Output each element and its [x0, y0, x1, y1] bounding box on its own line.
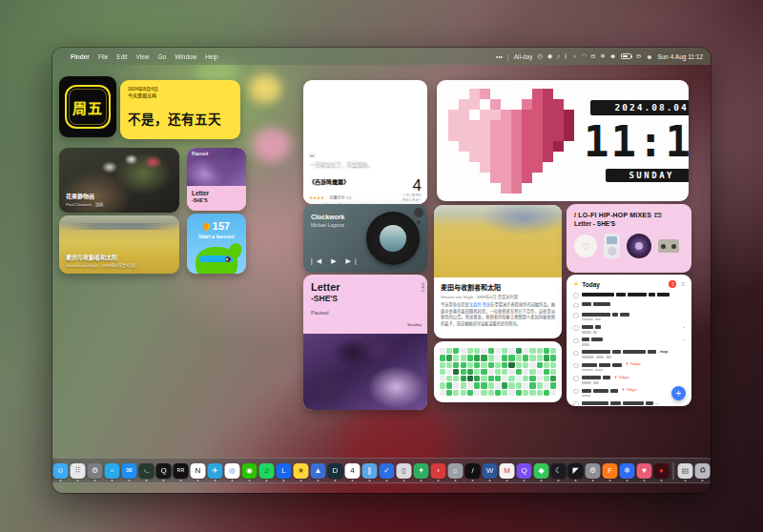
todo-item[interactable]: •: [573, 338, 685, 346]
todo-menu-icon[interactable]: ≡: [681, 281, 685, 287]
task-checkbox[interactable]: [573, 376, 579, 381]
allday-calendar-item[interactable]: All-day: [514, 53, 533, 60]
todo-item[interactable]: [573, 313, 685, 321]
lofi-playlist-widget[interactable]: / LO-FI HIP-HOP MIXES 📼 Letter - SHE'S ♡: [567, 204, 691, 273]
dock-downloads[interactable]: ▤: [678, 463, 693, 479]
task-checkbox[interactable]: [573, 325, 579, 331]
movie-of-day-widget[interactable]: ❝ 一万年太久了，只爱现在。 《西游降魔篇》 ★★★★ 豆瓣评分 7.2 201…: [303, 80, 427, 204]
dock-spotify[interactable]: ♫: [259, 463, 275, 479]
dock-telegram[interactable]: ✈: [208, 463, 223, 479]
dock-things[interactable]: ✓: [380, 463, 395, 479]
status-icon[interactable]: ∩: [572, 52, 577, 60]
todo-item[interactable]: ✈ Tokyo: [573, 362, 685, 371]
task-checkbox[interactable]: [573, 389, 579, 395]
dock-shield-app[interactable]: ◆: [534, 463, 549, 479]
menu-window[interactable]: Window: [175, 53, 196, 60]
menu-view[interactable]: View: [136, 53, 150, 60]
dock-gear-app[interactable]: ⚙: [586, 463, 601, 479]
task-checkbox[interactable]: [573, 313, 579, 318]
music-letter-large-widget[interactable]: Letter -SHE'S Paused SHE'S Sunday: [303, 275, 427, 410]
dock-qq[interactable]: Q: [156, 463, 172, 479]
dock-dino-app[interactable]: D: [328, 463, 343, 479]
cezanne-art-widget[interactable]: 花果静物画 Paul Cézanne · 油画: [59, 148, 179, 213]
dock-notion[interactable]: N: [191, 463, 206, 479]
todo-item[interactable]: [573, 302, 685, 308]
todo-item[interactable]: ✈ Tokyo: [573, 376, 685, 384]
dock-purple-q-app[interactable]: Q: [517, 463, 532, 479]
dock-chrome[interactable]: ◎: [225, 463, 240, 479]
dock-pixel-art-app[interactable]: ▲: [311, 463, 326, 479]
menu-go[interactable]: Go: [158, 53, 167, 60]
dock-green-app[interactable]: ✦: [414, 463, 429, 479]
focus-icon[interactable]: ⊖: [636, 52, 641, 60]
wheatfield-art-widget[interactable]: 麦田与收割者和太阳 Vincent van Gogh · 1889年6月至9月初: [59, 215, 179, 274]
dock-lark[interactable]: L: [277, 463, 292, 479]
dock-terminal[interactable]: ›_: [139, 463, 155, 479]
dock-calendar-4[interactable]: 4: [345, 463, 361, 479]
battery-icon[interactable]: [621, 53, 631, 59]
dock-moon-app[interactable]: ☾: [551, 463, 567, 479]
status-icon[interactable]: ◉: [547, 52, 553, 60]
task-checkbox[interactable]: [573, 351, 579, 357]
dock-system-settings[interactable]: ⚙: [88, 463, 103, 479]
more-status-icon[interactable]: •••: [496, 53, 503, 60]
status-icon[interactable]: ❄: [600, 52, 605, 60]
clockwork-music-widget[interactable]: Clockwork Michael Logozar |◀ ▶ ▶|: [303, 204, 427, 273]
previous-track-button[interactable]: |◀: [311, 257, 325, 264]
task-checkbox[interactable]: [573, 303, 579, 309]
dock-trash[interactable]: ♻: [695, 463, 711, 479]
menu-finder[interactable]: Finder: [71, 53, 90, 60]
todo-item[interactable]: •: [573, 325, 685, 334]
dock-bulb-app[interactable]: ☼: [448, 463, 464, 479]
menu-file[interactable]: File: [98, 53, 108, 60]
task-checkbox[interactable]: [573, 338, 579, 344]
vinyl-album-thumb[interactable]: [627, 234, 651, 258]
dock-mastodon-app[interactable]: M: [500, 463, 515, 479]
artwork-info-widget[interactable]: 麦田与收割者和太阳 Vincent van Gogh · 1889年6月 圣雷米…: [434, 205, 562, 338]
artist-link[interactable]: 文森特·梵高: [469, 302, 491, 307]
next-track-button[interactable]: ▶|: [346, 257, 361, 264]
todo-today-widget[interactable]: ★ Today 5 ≡ ••_hop✈ Tokyo✈ Tokyo✈ Tokyo……: [567, 275, 691, 406]
task-checkbox[interactable]: [573, 401, 579, 406]
status-icon[interactable]: ᛒ: [565, 52, 568, 60]
status-icon[interactable]: ☻: [609, 52, 616, 60]
play-button[interactable]: ▶: [331, 257, 340, 264]
music-letter-small-widget[interactable]: Paused Letter -SHE'S: [187, 148, 246, 211]
user-icon[interactable]: ☻: [647, 53, 653, 60]
dock-pink-app[interactable]: ♥: [637, 463, 652, 479]
menu-edit[interactable]: Edit: [116, 53, 127, 60]
add-task-button[interactable]: +: [671, 386, 686, 400]
todo-item[interactable]: _hop: [573, 350, 685, 358]
status-icon[interactable]: ♪: [557, 52, 560, 60]
todo-item[interactable]: [573, 293, 685, 298]
dock-finder[interactable]: ☺: [53, 463, 69, 479]
dock-yellow-app[interactable]: ★: [294, 463, 309, 479]
cassette-icon[interactable]: [658, 239, 679, 253]
dock-vscode[interactable]: ‹›: [105, 463, 120, 479]
status-icon[interactable]: ◠: [581, 52, 587, 60]
dock-parallels[interactable]: ∥: [362, 463, 378, 479]
dock-record-app[interactable]: ●: [654, 463, 670, 479]
dock-folo[interactable]: F: [603, 463, 618, 479]
pixel-clock-widget[interactable]: 2024.08.04 11:12 SUNDAY: [437, 80, 689, 201]
dock-snowflake-app[interactable]: ❄: [620, 463, 635, 479]
status-icon[interactable]: ◴: [538, 52, 544, 60]
task-checkbox[interactable]: [573, 293, 579, 298]
menu-help[interactable]: Help: [205, 53, 217, 60]
dock-word[interactable]: W: [483, 463, 498, 479]
dock-wechat[interactable]: ◉: [242, 463, 258, 479]
duolingo-streak-widget[interactable]: 157 Start a lesson!: [187, 214, 246, 274]
dock-slash-app[interactable]: /: [465, 463, 481, 479]
status-icon[interactable]: ⊖: [590, 52, 595, 60]
menu-bar-clock[interactable]: Sun 4 Aug 11:12: [657, 53, 703, 60]
friday-app-icon[interactable]: 周五: [59, 76, 116, 137]
dock-launchpad[interactable]: ⠿: [71, 463, 86, 479]
dock-zen-browser[interactable]: ›: [431, 463, 446, 479]
task-checkbox[interactable]: [573, 363, 579, 369]
friday-countdown-widget[interactable]: 2024年8月4日 今天是周五吗 不是，还有五天: [120, 80, 240, 139]
dock-rr-app[interactable]: RR: [174, 463, 189, 479]
contribution-grid-widget[interactable]: [434, 341, 562, 402]
dock-cursor[interactable]: ◤: [568, 463, 584, 479]
todo-item[interactable]: ✈ Tokyo: [573, 388, 685, 397]
ipod-thumb[interactable]: [604, 234, 620, 258]
